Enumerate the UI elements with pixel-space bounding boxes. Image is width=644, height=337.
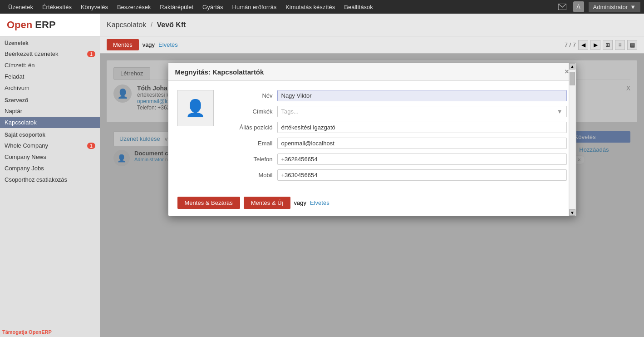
form-row-position: Állás pozíció bbox=[223, 122, 567, 133]
dialog-footer-or: vagy bbox=[294, 199, 306, 206]
tags-label: Címkék bbox=[223, 108, 273, 115]
admin-menu-button[interactable]: Administrator ▼ bbox=[589, 2, 640, 12]
breadcrumb-link[interactable]: Kapcsolatok bbox=[107, 21, 146, 29]
dialog-title: Megnyitás: Kapcsolattartók bbox=[175, 68, 264, 76]
nav-raktar[interactable]: Raktárépület bbox=[155, 0, 198, 14]
name-input[interactable] bbox=[277, 90, 567, 101]
save-close-button[interactable]: Mentés & Bezárás bbox=[177, 197, 240, 209]
content-header: Kapcsolatok / Vevő Kft bbox=[100, 14, 644, 36]
main-layout: Open ERP Üzenetek Beérkezett üzenetek 1 … bbox=[0, 14, 644, 337]
nav-konyv[interactable]: Könyvelés bbox=[76, 0, 113, 14]
top-nav-right: A Administrator ▼ bbox=[556, 0, 640, 13]
nav-kimutatas[interactable]: Kimutatás készítés bbox=[281, 0, 339, 14]
pagination-text: 7 / 7 bbox=[565, 41, 576, 48]
toolbar-or: vagy bbox=[143, 41, 155, 48]
view-list-button[interactable]: ≡ bbox=[615, 40, 625, 50]
tags-dropdown-icon: ▼ bbox=[557, 108, 563, 115]
sidebar-item-company-news[interactable]: Company News bbox=[0, 151, 100, 163]
email-label: Email bbox=[223, 140, 273, 147]
badge-beerkezett: 1 bbox=[87, 51, 95, 57]
position-input[interactable] bbox=[277, 122, 567, 133]
dialog-scrollbar[interactable]: ▲ ▼ bbox=[569, 63, 576, 216]
form-row-email: Email bbox=[223, 138, 567, 149]
form-row-mobile: Mobil bbox=[223, 169, 567, 181]
view-grid-button[interactable]: ⊞ bbox=[603, 40, 613, 50]
sidebar-item-naptar[interactable]: Naptár bbox=[0, 105, 100, 117]
toolbar: Mentés vagy Elvetés 7 / 7 ◀ ▶ ⊞ ≡ ▤ bbox=[100, 36, 644, 54]
view-form-button[interactable]: ▤ bbox=[627, 40, 637, 50]
nav-ertekesites[interactable]: Értékesítés bbox=[38, 0, 76, 14]
phone-input[interactable] bbox=[277, 154, 567, 165]
dialog-kapcsolattartok: Megnyitás: Kapcsolattartók × 👤 Név Címké… bbox=[168, 63, 576, 216]
name-label: Név bbox=[223, 92, 273, 99]
form-row-phone: Telefon bbox=[223, 154, 567, 165]
admin-avatar: A bbox=[573, 1, 584, 12]
content-area: Kapcsolatok / Vevő Kft Mentés vagy Elvet… bbox=[100, 14, 644, 337]
badge-whole-company: 1 bbox=[87, 143, 95, 149]
sidebar-item-company-jobs[interactable]: Company Jobs bbox=[0, 163, 100, 174]
dialog-footer: Mentés & Bezárás Mentés & Új vagy Elveté… bbox=[168, 192, 576, 216]
sidebar-item-whole-company[interactable]: Whole Company 1 bbox=[0, 140, 100, 151]
logo-erp: ERP bbox=[35, 19, 55, 30]
mail-icon[interactable] bbox=[556, 0, 569, 13]
dialog-body: 👤 Név Címkék Tags... ▼ bbox=[168, 81, 576, 192]
sidebar: Open ERP Üzenetek Beérkezett üzenetek 1 … bbox=[0, 14, 100, 337]
tags-select[interactable]: Tags... ▼ bbox=[277, 106, 567, 117]
scroll-track bbox=[570, 69, 575, 209]
scroll-thumb bbox=[570, 72, 575, 85]
dialog-discard-button[interactable]: Elvetés bbox=[310, 199, 329, 206]
top-navigation: Üzenetek Értékesítés Könyvelés Beszerzés… bbox=[0, 0, 644, 14]
tags-placeholder: Tags... bbox=[281, 108, 299, 115]
mobile-label: Mobil bbox=[223, 172, 273, 178]
dialog-header: Megnyitás: Kapcsolattartók × bbox=[168, 63, 576, 81]
form-row-name: Név bbox=[223, 90, 567, 101]
sidebar-item-csatlakozo[interactable]: Csoporthoz csatlakozás bbox=[0, 174, 100, 185]
sidebar-item-kapcsolatok[interactable]: Kapcsolatok bbox=[0, 117, 100, 128]
avatar-placeholder-icon: 👤 bbox=[185, 99, 206, 118]
save-button[interactable]: Mentés bbox=[107, 39, 139, 50]
breadcrumb: Kapcsolatok / Vevő Kft bbox=[107, 21, 637, 29]
logo-open: Open bbox=[7, 19, 32, 30]
logo-area: Open ERP bbox=[0, 14, 100, 36]
sidebar-section-szervező: Szervező bbox=[0, 94, 100, 105]
save-new-button[interactable]: Mentés & Új bbox=[244, 197, 290, 209]
position-label: Állás pozíció bbox=[223, 124, 273, 131]
chevron-down-icon: ▼ bbox=[630, 4, 636, 10]
nav-beszerz[interactable]: Beszerzések bbox=[113, 0, 155, 14]
scroll-up-button[interactable]: ▲ bbox=[569, 63, 575, 69]
mobile-input[interactable] bbox=[277, 169, 567, 181]
sidebar-item-beerkezett[interactable]: Beérkezett üzenetek 1 bbox=[0, 48, 100, 59]
breadcrumb-current: Vevő Kft bbox=[157, 21, 186, 29]
prev-button[interactable]: ◀ bbox=[578, 40, 588, 50]
phone-label: Telefon bbox=[223, 156, 273, 163]
dialog-avatar: 👤 bbox=[177, 90, 214, 126]
nav-gyartas[interactable]: Gyártás bbox=[198, 0, 228, 14]
dialog-form: Név Címkék Tags... ▼ Állás pozíció bbox=[223, 90, 567, 185]
breadcrumb-separator: / bbox=[151, 21, 155, 29]
nav-beallitas[interactable]: Beállítások bbox=[339, 0, 378, 14]
sidebar-item-feladat[interactable]: Feladat bbox=[0, 71, 100, 82]
scroll-down-button[interactable]: ▼ bbox=[569, 209, 575, 216]
nav-uzenetek[interactable]: Üzenetek bbox=[4, 0, 38, 14]
form-row-tags: Címkék Tags... ▼ bbox=[223, 106, 567, 117]
next-button[interactable]: ▶ bbox=[590, 40, 600, 50]
sidebar-item-archivum[interactable]: Archívum bbox=[0, 82, 100, 94]
sidebar-support: Támogatja OpenERP bbox=[2, 329, 52, 335]
sidebar-section-uzenetek: Üzenetek bbox=[0, 36, 100, 48]
discard-button[interactable]: Elvetés bbox=[158, 41, 178, 48]
sidebar-section-sajat: Saját csoportok bbox=[0, 128, 100, 140]
nav-human[interactable]: Humán erőforrás bbox=[228, 0, 281, 14]
email-input[interactable] bbox=[277, 138, 567, 149]
sidebar-item-cimzett[interactable]: Címzett: én bbox=[0, 59, 100, 71]
main-content: Megnyitás: Kapcsolattartók × 👤 Név Címké… bbox=[100, 54, 644, 337]
pagination: 7 / 7 ◀ ▶ ⊞ ≡ ▤ bbox=[565, 40, 637, 50]
